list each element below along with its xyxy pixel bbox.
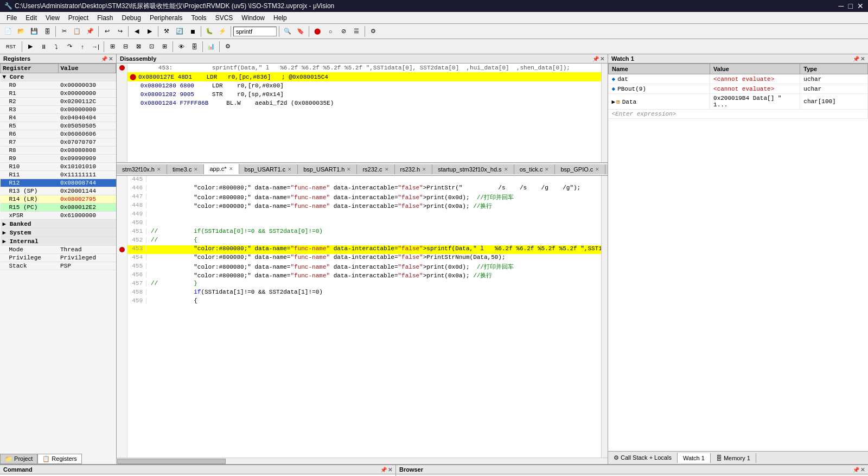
reg-row[interactable]: R3 0x00000000 (1, 106, 116, 114)
reg-row[interactable]: R7 0x07070707 (1, 138, 116, 147)
minimize-button[interactable]: ─ (839, 2, 844, 10)
copy-btn[interactable]: 📋 (71, 26, 83, 37)
tab-close-btn[interactable]: ✕ (545, 167, 549, 172)
tab-rs232c[interactable]: rs232.c ✕ (357, 164, 394, 174)
mem-win-btn[interactable]: 🗄 (188, 41, 200, 53)
tab-bsp_USART1h[interactable]: bsp_USART1.h ✕ (298, 164, 357, 174)
tab-os_tickc[interactable]: os_tick.c ✕ (514, 164, 556, 174)
flash-btn[interactable]: ⚡ (216, 26, 228, 37)
tab-stm32f10xh[interactable]: stm32f10x.h ✕ (117, 164, 167, 174)
browser-pin-icon[interactable]: 📌 (853, 467, 859, 473)
panel-close-icon[interactable]: ✕ (108, 56, 113, 62)
cmd-win-btn[interactable]: ⊞ (106, 41, 118, 53)
tab-close-btn[interactable]: ✕ (422, 167, 426, 172)
undo-btn[interactable]: ↩ (101, 26, 113, 37)
window-controls[interactable]: ─ □ ✕ (839, 2, 864, 10)
tab-startup_stm32f10x_hds[interactable]: startup_stm32f10x_hd.s ✕ (432, 164, 514, 174)
scrollbar-thumb[interactable] (117, 459, 226, 464)
save-btn[interactable]: 💾 (28, 26, 40, 37)
reg-row[interactable]: R5 0x05050505 (1, 122, 116, 130)
reg-internal-row[interactable]: Stack PSP (1, 262, 116, 270)
fwd-btn[interactable]: ▶ (144, 26, 156, 37)
core-expand-icon[interactable]: ▼ (3, 74, 7, 80)
bp-list-btn[interactable]: ☰ (350, 26, 362, 37)
disasm-pin-icon[interactable]: 📌 (592, 56, 599, 62)
tab-watch1[interactable]: Watch 1 (678, 453, 711, 463)
back-btn[interactable]: ◀ (131, 26, 143, 37)
reg-internal-row[interactable]: Privilege Privileged (1, 254, 116, 262)
paste-btn[interactable]: 📌 (84, 26, 96, 37)
build-btn[interactable]: ⚒ (161, 26, 173, 37)
line-content[interactable]: "color:#800080;" data-name="func-name" d… (146, 185, 580, 191)
redo-btn[interactable]: ↪ (114, 26, 126, 37)
sym-win-btn[interactable]: ⊠ (132, 41, 144, 53)
tab-memory1[interactable]: 🗄 Memory 1 (711, 453, 756, 463)
tab-close-btn[interactable]: ✕ (504, 167, 508, 172)
tab-close-btn[interactable]: ✕ (157, 167, 161, 172)
line-content[interactable]: "color:#800080;" data-name="func-name" d… (146, 193, 514, 201)
panel-pin-icon[interactable]: 📌 (101, 56, 107, 62)
tab-registers[interactable]: 📋 Registers (37, 454, 82, 464)
watch-row[interactable]: ◆PBout(9) <cannot evaluate> uchar (609, 84, 868, 94)
reg-row[interactable]: R15 (PC) 0x080012E2 (1, 204, 116, 212)
tab-close-btn[interactable]: ✕ (288, 167, 292, 172)
group-expand-icon[interactable]: ▶ (3, 221, 7, 227)
reg-row[interactable]: R13 (SP) 0x20001144 (1, 187, 116, 195)
group-expand-icon[interactable]: ▶ (3, 230, 7, 236)
tab-bsp_GPIOc[interactable]: bsp_GPIO.c ✕ (555, 164, 605, 174)
tab-project[interactable]: 📁 Project (0, 454, 37, 464)
reg-row[interactable]: R14 (LR) 0x08002795 (1, 195, 116, 204)
close-button[interactable]: ✕ (857, 2, 864, 10)
menu-help[interactable]: Help (269, 13, 291, 23)
watch-row[interactable]: ◆dat <cannot evaluate> uchar (609, 74, 868, 84)
open-btn[interactable]: 📂 (15, 26, 27, 37)
target-select[interactable]: sprintf (233, 27, 277, 36)
line-content[interactable]: // if(SST1data[0]!=0 && SST2data[0]!=0) (146, 228, 323, 234)
watch-enter-expr-row[interactable]: <Enter expression> (609, 110, 868, 119)
call-stack-btn[interactable]: ⊞ (158, 41, 170, 53)
tab-call-stack[interactable]: ⚙ Call Stack + Locals (608, 453, 678, 463)
stop-run-btn[interactable]: ⏸ (37, 41, 49, 53)
watch-win-btn[interactable]: 👁 (175, 41, 187, 53)
step-out-btn[interactable]: ↑ (76, 41, 88, 53)
menu-view[interactable]: View (41, 13, 64, 23)
line-content[interactable]: "color:#800080;" data-name="func-name" d… (146, 245, 601, 252)
bp-disable-btn[interactable]: ⊘ (337, 26, 349, 37)
bookmark-btn[interactable]: 🔖 (295, 26, 307, 37)
cut-btn[interactable]: ✂ (58, 26, 70, 37)
options-btn[interactable]: ⚙ (367, 26, 379, 37)
reg-row[interactable]: R6 0x06060606 (1, 130, 116, 138)
reg-row[interactable]: R9 0x09090909 (1, 155, 116, 163)
menu-tools[interactable]: Tools (187, 13, 211, 23)
tab-close-btn[interactable]: ✕ (385, 167, 389, 172)
group-expand-icon[interactable]: ▶ (3, 238, 7, 245)
search-btn[interactable]: 🔍 (282, 26, 293, 37)
disasm-win-btn[interactable]: ⊟ (119, 41, 131, 53)
line-content[interactable]: if(SST1data[1]!=0 && SST2data[1]!=0) (146, 289, 323, 295)
tab-close-btn[interactable]: ✕ (595, 167, 599, 172)
code-area[interactable]: 445446 "color:#800080;" data-name="func-… (127, 176, 601, 458)
line-content[interactable]: "color:#800080;" data-name="func-name" d… (146, 254, 506, 261)
step-over-btn[interactable]: ↷ (63, 41, 75, 53)
run-to-btn[interactable]: →| (90, 41, 101, 53)
reg-row[interactable]: R4 0x04040404 (1, 114, 116, 122)
menu-edit[interactable]: Edit (21, 13, 41, 23)
tab-rs232h[interactable]: rs232.h ✕ (395, 164, 433, 174)
reg-internal-row[interactable]: Mode Thread (1, 246, 116, 254)
reg-row[interactable]: R10 0x10101010 (1, 163, 116, 171)
watch-expand-icon[interactable]: ▶ (612, 99, 616, 105)
menu-flash[interactable]: Flash (93, 13, 117, 23)
browser-close-icon[interactable]: ✕ (860, 467, 865, 473)
reg-row[interactable]: R0 0x00000030 (1, 81, 116, 90)
save-all-btn[interactable]: 🗄 (41, 26, 53, 37)
line-content[interactable]: // } (146, 280, 197, 287)
menu-peripherals[interactable]: Peripherals (145, 13, 187, 23)
tab-time3c[interactable]: time3.c ✕ (167, 164, 204, 174)
reg-row[interactable]: R8 0x08080808 (1, 147, 116, 155)
more-btn[interactable]: ⚙ (222, 41, 234, 53)
disasm-scrollbar[interactable] (601, 64, 608, 162)
menu-project[interactable]: Project (64, 13, 93, 23)
bp-clear-btn[interactable]: ○ (324, 26, 336, 37)
bp-btn[interactable]: ⬤ (311, 26, 323, 37)
menu-debug[interactable]: Debug (118, 13, 145, 23)
